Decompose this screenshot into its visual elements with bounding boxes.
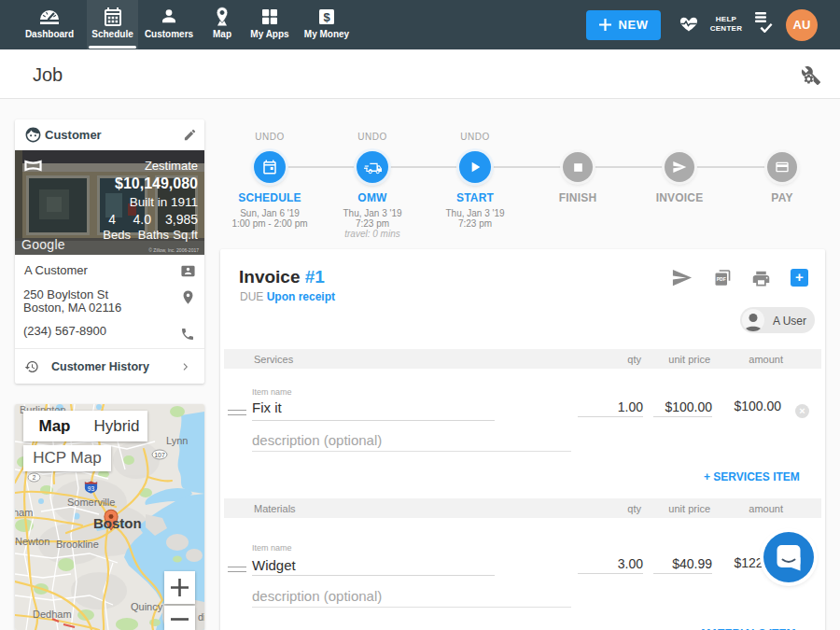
- svg-text:93: 93: [88, 485, 95, 492]
- svg-text:2: 2: [33, 474, 36, 481]
- svg-text:PDF: PDF: [717, 276, 726, 282]
- svg-text:107: 107: [154, 452, 165, 458]
- svg-text:$: $: [323, 10, 330, 24]
